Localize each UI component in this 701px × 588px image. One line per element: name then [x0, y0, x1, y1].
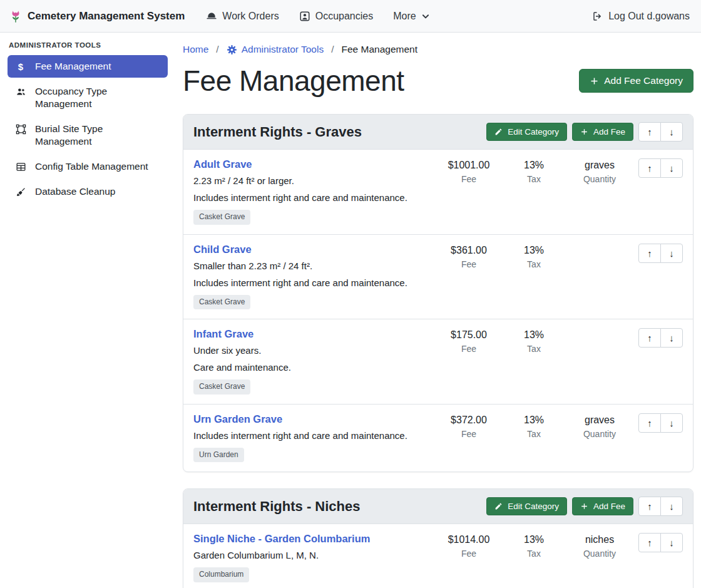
add-fee-button[interactable]: Add Fee — [572, 497, 633, 515]
logout-link[interactable]: Log Out d.gowans — [592, 11, 690, 22]
fee-description: Under six years. — [193, 344, 435, 357]
fee-name-link[interactable]: Single Niche - Garden Columbarium — [193, 533, 370, 545]
quantity-value: graves — [565, 160, 634, 171]
edit-category-label: Edit Category — [508, 502, 559, 511]
sidebar-item-label: Config Table Management — [35, 160, 148, 173]
fee-row: Child Grave Smaller than 2.23 m² / 24 ft… — [183, 235, 693, 320]
add-fee-button[interactable]: Add Fee — [572, 123, 633, 141]
category-title: Interment Rights - Niches — [193, 498, 360, 515]
dollar-icon: $ — [15, 61, 26, 72]
fee-type-badge: Casket Grave — [193, 295, 250, 310]
sidebar-item-label: Burial Site Type Management — [35, 123, 160, 148]
move-fee-down-button[interactable]: ↓ — [660, 328, 683, 348]
move-fee-up-button[interactable]: ↑ — [638, 244, 661, 263]
breadcrumb-admin-tools-link[interactable]: Administrator Tools — [227, 44, 324, 55]
fee-name-link[interactable]: Urn Garden Grave — [193, 413, 282, 425]
sidebar-item-fee-management[interactable]: $ Fee Management — [8, 55, 168, 78]
plus-icon — [580, 128, 588, 136]
move-category-down-button[interactable]: ↓ — [660, 497, 683, 516]
breadcrumb-separator: / — [331, 44, 334, 55]
fee-info: Single Niche - Garden Columbarium Garden… — [193, 533, 435, 582]
move-fee-down-button[interactable]: ↓ — [660, 244, 683, 263]
edit-category-button[interactable]: Edit Category — [486, 497, 567, 515]
category-card-niches: Interment Rights - Niches Edit Category … — [183, 488, 693, 588]
quantity-label: Quantity — [565, 429, 634, 439]
breadcrumb-admin-tools-label: Administrator Tools — [242, 44, 324, 55]
move-fee-up-button[interactable]: ↑ — [638, 533, 661, 552]
vector-square-icon — [15, 124, 26, 135]
fee-name-link[interactable]: Child Grave — [193, 244, 252, 255]
app-title: Cemetery Management System — [28, 10, 185, 23]
quantity-column: graves Quantity — [565, 413, 634, 439]
fee-info: Urn Garden Grave Includes interment righ… — [193, 413, 435, 463]
edit-category-button[interactable]: Edit Category — [486, 123, 567, 141]
tax-label: Tax — [503, 174, 565, 184]
fee-amount-column: $361.00 Fee — [435, 244, 503, 269]
move-fee-up-button[interactable]: ↑ — [638, 328, 661, 348]
fee-description: Care and maintenance. — [193, 361, 435, 374]
nav-occupancies[interactable]: Occupancies — [299, 11, 374, 22]
tax-column: 13% Tax — [503, 158, 565, 184]
edit-category-label: Edit Category — [508, 127, 559, 137]
sidebar-item-database-cleanup[interactable]: Database Cleanup — [8, 180, 168, 203]
fee-row: Adult Grave 2.23 m² / 24 ft² or larger. … — [183, 150, 693, 235]
breadcrumb-home-link[interactable]: Home — [183, 44, 208, 55]
broom-icon — [15, 187, 26, 197]
sidebar-section-title: ADMINISTRATOR TOOLS — [8, 41, 168, 55]
move-category-down-button[interactable]: ↓ — [660, 122, 683, 142]
fee-amount: $175.00 — [435, 329, 503, 341]
move-fee-up-button[interactable]: ↑ — [638, 413, 661, 433]
sidebar-item-label: Database Cleanup — [35, 185, 115, 198]
add-fee-category-button[interactable]: Add Fee Category — [579, 69, 693, 93]
nav-occupancies-label: Occupancies — [315, 11, 374, 22]
fee-row: Single Niche - Garden Columbarium Garden… — [183, 524, 693, 588]
quantity-value: niches — [565, 534, 634, 545]
nav-work-orders[interactable]: Work Orders — [206, 11, 279, 22]
category-header: Interment Rights - Graves Edit Category … — [183, 115, 693, 150]
move-category-up-button[interactable]: ↑ — [638, 497, 661, 516]
move-fee-up-button[interactable]: ↑ — [638, 158, 661, 178]
fee-name-link[interactable]: Adult Grave — [193, 158, 252, 170]
fee-amount: $1014.00 — [435, 534, 503, 545]
fee-type-badge: Urn Garden — [193, 448, 244, 463]
quantity-column — [565, 328, 634, 329]
chevron-down-icon — [421, 12, 430, 21]
hard-hat-icon — [206, 11, 217, 22]
move-fee-down-button[interactable]: ↓ — [660, 533, 683, 552]
navbar-left: Cemetery Management System Work Orders O… — [9, 9, 430, 23]
sidebar-item-config-table-management[interactable]: Config Table Management — [8, 155, 168, 178]
quantity-label: Quantity — [565, 174, 634, 184]
quantity-column — [565, 244, 634, 245]
pencil-icon — [494, 502, 503, 510]
sidebar: ADMINISTRATOR TOOLS $ Fee Management Occ… — [0, 33, 175, 588]
tulip-logo-icon — [9, 9, 23, 23]
fee-type-badge: Columbarium — [193, 567, 249, 582]
sidebar-item-burial-site-type-management[interactable]: Burial Site Type Management — [8, 118, 168, 153]
move-fee-down-button[interactable]: ↓ — [660, 413, 683, 433]
move-fee-down-button[interactable]: ↓ — [660, 158, 683, 178]
fee-reorder-buttons: ↑ ↓ — [634, 244, 683, 263]
breadcrumb-current: Fee Management — [342, 44, 418, 55]
top-navbar: Cemetery Management System Work Orders O… — [0, 0, 701, 33]
fee-amount-column: $175.00 Fee — [435, 328, 503, 354]
page-title: Fee Management — [183, 64, 404, 98]
tax-value: 13% — [503, 160, 565, 171]
fee-type-badge: Casket Grave — [193, 379, 250, 395]
tax-label: Tax — [503, 259, 565, 269]
quantity-column: niches Quantity — [565, 533, 634, 559]
fee-name-link[interactable]: Infant Grave — [193, 328, 253, 340]
category-actions: Edit Category Add Fee ↑ ↓ — [486, 497, 683, 516]
nav-more[interactable]: More — [393, 11, 429, 22]
sidebar-item-occupancy-type-management[interactable]: Occupancy Type Management — [8, 80, 168, 115]
tax-value: 13% — [503, 534, 565, 545]
fee-reorder-buttons: ↑ ↓ — [634, 158, 683, 178]
plus-icon — [590, 76, 599, 86]
category-reorder-buttons: ↑ ↓ — [638, 497, 683, 516]
fee-info: Child Grave Smaller than 2.23 m² / 24 ft… — [193, 244, 435, 310]
move-category-up-button[interactable]: ↑ — [638, 122, 661, 142]
fee-type-badge: Casket Grave — [193, 210, 250, 225]
fee-info: Infant Grave Under six years. Care and m… — [193, 328, 435, 395]
fee-row: Urn Garden Grave Includes interment righ… — [183, 405, 693, 472]
add-fee-label: Add Fee — [593, 502, 625, 511]
fee-amount-column: $1001.00 Fee — [435, 158, 503, 184]
